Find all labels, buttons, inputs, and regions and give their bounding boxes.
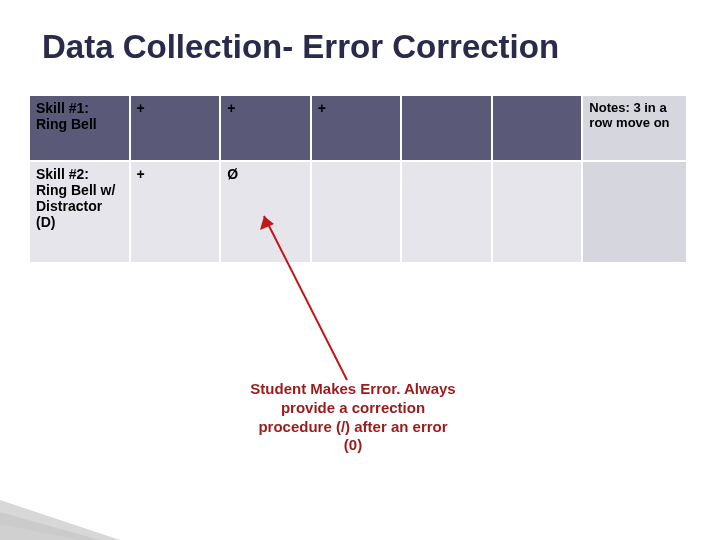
svg-marker-3 — [0, 512, 100, 540]
trial-cell — [402, 162, 491, 262]
svg-marker-4 — [0, 524, 80, 540]
corner-decoration-icon — [0, 470, 120, 540]
trial-cell: + — [221, 96, 310, 160]
trial-cell — [312, 162, 401, 262]
trial-cell: + — [131, 96, 220, 160]
data-table: Skill #1: Ring Bell + + + Notes: 3 in a … — [28, 94, 688, 264]
skill-label: Skill #2: Ring Bell w/ Distractor (D) — [30, 162, 129, 262]
trial-cell — [493, 162, 582, 262]
table-row: Skill #1: Ring Bell + + + Notes: 3 in a … — [30, 96, 686, 160]
notes-cell — [583, 162, 686, 262]
notes-cell: Notes: 3 in a row move on — [583, 96, 686, 160]
trial-cell: Ø — [221, 162, 310, 262]
error-callout: Student Makes Error. Always provide a co… — [248, 380, 458, 455]
svg-marker-2 — [0, 500, 120, 540]
trial-cell — [493, 96, 582, 160]
table-row: Skill #2: Ring Bell w/ Distractor (D) + … — [30, 162, 686, 262]
trial-cell — [402, 96, 491, 160]
skill-label: Skill #1: Ring Bell — [30, 96, 129, 160]
slide-title: Data Collection- Error Correction — [42, 28, 692, 66]
trial-cell: + — [312, 96, 401, 160]
trial-cell: + — [131, 162, 220, 262]
